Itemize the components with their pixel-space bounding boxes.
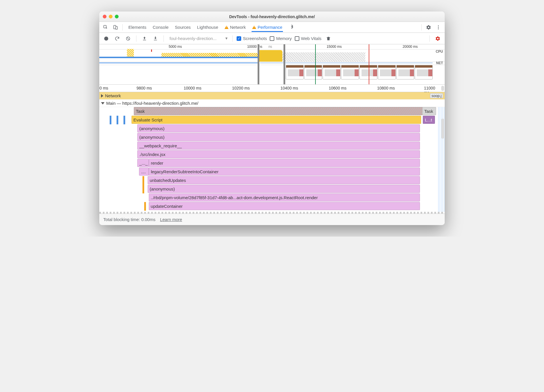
overview-net: NET bbox=[99, 62, 445, 65]
screenshot-thumb[interactable] bbox=[341, 65, 359, 79]
delete-profile-icon[interactable] bbox=[324, 35, 332, 43]
divider bbox=[163, 35, 164, 42]
flame-frame[interactable]: legacyRenderSubtreeIntoContainer bbox=[149, 168, 420, 176]
flamechart[interactable]: Task Task Evaluate Script L...t (anonymo… bbox=[99, 107, 445, 212]
profile-select[interactable]: foul-heavenly-direction... bbox=[168, 35, 228, 41]
ruler-tick: 9800 ms bbox=[136, 86, 152, 90]
titlebar: DevTools - foul-heavenly-direction.glitc… bbox=[99, 12, 445, 22]
overview-filmstrip bbox=[99, 65, 445, 79]
scrollbar[interactable] bbox=[441, 86, 444, 91]
track-main-label: Main — https://foul-heavenly-direction.g… bbox=[106, 101, 198, 106]
cpu-label: CPU bbox=[436, 50, 443, 54]
screenshot-thumb[interactable] bbox=[396, 65, 414, 79]
inspect-element-icon[interactable] bbox=[102, 23, 110, 31]
flame-frame[interactable]: unbatchedUpdates bbox=[148, 176, 420, 184]
learn-more-link[interactable]: Learn more bbox=[160, 217, 182, 222]
flame-frame[interactable]: render bbox=[149, 159, 420, 167]
screenshots-checkbox[interactable]: ✓ Screenshots bbox=[237, 36, 267, 41]
tab-console[interactable]: Console bbox=[152, 22, 169, 32]
memory-checkbox[interactable]: Memory bbox=[270, 36, 292, 41]
divider bbox=[232, 35, 233, 42]
tab-performance-label: Performance bbox=[258, 25, 282, 30]
net-label: NET bbox=[436, 61, 443, 65]
cpu-spike bbox=[258, 50, 282, 62]
marker bbox=[151, 50, 152, 52]
network-chip[interactable]: soop.j bbox=[430, 93, 443, 98]
close-window-button[interactable] bbox=[103, 15, 106, 18]
divider bbox=[429, 35, 430, 42]
flame-task[interactable]: Task bbox=[134, 107, 429, 115]
screenshot-thumb[interactable] bbox=[304, 65, 322, 79]
ruler-tick: 10200 ms bbox=[232, 86, 250, 90]
summary-footer: Total blocking time: 0.00ms Learn more bbox=[99, 214, 445, 225]
flame-frame[interactable]: (anonymous) bbox=[137, 133, 420, 141]
overview-cpu: CPU bbox=[99, 50, 445, 62]
device-toolbar-icon[interactable] bbox=[111, 23, 119, 31]
tick: 10000 ms bbox=[247, 45, 263, 49]
clear-button[interactable] bbox=[124, 35, 132, 43]
cpu-activity bbox=[127, 49, 134, 57]
devtools-window: DevTools - foul-heavenly-direction.glitc… bbox=[99, 12, 445, 225]
screenshot-thumb[interactable] bbox=[378, 65, 396, 79]
divider bbox=[136, 35, 136, 42]
ruler-tick: 10000 ms bbox=[184, 86, 201, 90]
ruler-tick: 10600 ms bbox=[329, 86, 346, 90]
net-segment bbox=[260, 62, 433, 63]
flame-frame[interactable]: (anonymous) bbox=[148, 185, 420, 193]
screenshot-thumb[interactable] bbox=[286, 65, 304, 79]
divider bbox=[122, 24, 123, 31]
panel-tabsbar: Elements Console Sources Lighthouse Netw… bbox=[99, 22, 445, 33]
tab-performance[interactable]: Performance bbox=[252, 22, 283, 32]
flame-frame[interactable]: ./src/index.jsx bbox=[137, 150, 420, 158]
total-blocking-time: Total blocking time: 0.00ms bbox=[103, 217, 155, 222]
kebab-menu-icon[interactable] bbox=[434, 23, 442, 31]
save-profile-icon[interactable] bbox=[151, 35, 159, 43]
more-tabs-icon[interactable] bbox=[288, 23, 296, 31]
track-main[interactable]: Main — https://foul-heavenly-direction.g… bbox=[99, 100, 445, 107]
flame-frame[interactable]: _..._ bbox=[137, 159, 149, 167]
reload-record-button[interactable] bbox=[113, 35, 121, 43]
screenshots-label: Screenshots bbox=[243, 36, 267, 41]
traffic-lights bbox=[103, 15, 119, 18]
tab-lighthouse[interactable]: Lighthouse bbox=[197, 22, 219, 32]
flame-task2[interactable]: Task bbox=[422, 107, 436, 115]
timeline-overview[interactable]: 5000 ms 10000 ms ns 15000 ms 20000 ms CP… bbox=[99, 44, 445, 85]
track-network[interactable]: Network soop.j bbox=[99, 92, 445, 100]
web-vitals-label: Web Vitals bbox=[301, 36, 322, 41]
ruler-tick: 00 ms bbox=[99, 86, 108, 90]
maximize-window-button[interactable] bbox=[115, 15, 119, 18]
screenshot-thumb[interactable] bbox=[360, 65, 377, 79]
record-button[interactable] bbox=[102, 35, 110, 43]
settings-icon[interactable] bbox=[425, 23, 433, 31]
window-title: DevTools - foul-heavenly-direction.glitc… bbox=[99, 14, 445, 19]
flamechart-ruler[interactable]: 00 ms 9800 ms 10000 ms 10200 ms 10400 ms… bbox=[99, 85, 445, 92]
flame-frame[interactable]: __webpack_require__ bbox=[137, 142, 420, 150]
screenshot-thumb[interactable] bbox=[415, 65, 433, 79]
capture-settings-icon[interactable] bbox=[434, 35, 442, 43]
fcp-marker bbox=[315, 44, 316, 84]
net-segment bbox=[99, 62, 258, 63]
cpu-activity bbox=[161, 53, 258, 57]
expand-icon bbox=[101, 94, 103, 98]
flame-layout[interactable]: L...t bbox=[423, 116, 435, 124]
flame-frame[interactable]: updateContainer bbox=[149, 202, 420, 210]
minimize-window-button[interactable] bbox=[109, 15, 113, 18]
collapse-icon bbox=[101, 102, 104, 104]
warning-icon bbox=[252, 26, 256, 29]
tick: 15000 ms bbox=[327, 45, 342, 49]
flame-evaluate-script[interactable]: Evaluate Script bbox=[132, 116, 421, 124]
scrollbar[interactable] bbox=[441, 119, 444, 139]
flame-frame[interactable]: ../rbd/pnpm-volume/28d7f85f-31d7-4fd8-ab… bbox=[149, 193, 420, 201]
tick-ns: ns bbox=[269, 45, 272, 49]
warning-icon bbox=[225, 26, 229, 29]
tab-sources[interactable]: Sources bbox=[174, 22, 191, 32]
tab-elements[interactable]: Elements bbox=[128, 22, 147, 32]
screenshot-thumb[interactable] bbox=[323, 65, 341, 79]
tab-network[interactable]: Network bbox=[224, 22, 246, 32]
load-profile-icon[interactable] bbox=[140, 35, 149, 43]
svg-rect-8 bbox=[154, 40, 157, 40]
flame-frame[interactable]: .... bbox=[139, 168, 149, 176]
flame-frame[interactable]: (anonymous) bbox=[137, 124, 420, 132]
svg-point-4 bbox=[438, 27, 439, 28]
web-vitals-checkbox[interactable]: Web Vitals bbox=[295, 36, 322, 41]
